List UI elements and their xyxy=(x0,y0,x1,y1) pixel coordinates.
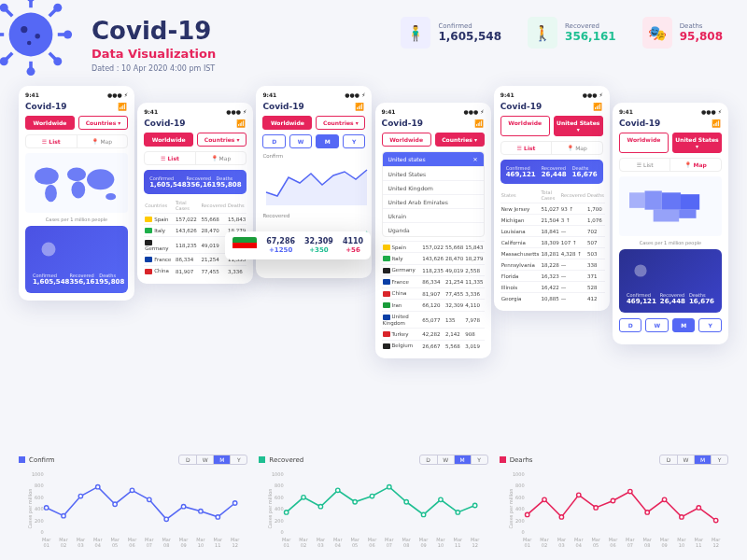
tab-worldwide[interactable]: Worldwide xyxy=(144,133,193,147)
svg-point-19 xyxy=(53,57,62,65)
svg-text:12: 12 xyxy=(712,542,718,548)
svg-point-49 xyxy=(181,505,185,509)
range-w[interactable]: W xyxy=(289,134,313,148)
chart-icon[interactable]: 📶 xyxy=(474,119,484,128)
dropdown-item[interactable]: Ukrain xyxy=(383,208,484,222)
chart-icon[interactable]: 📶 xyxy=(593,103,602,111)
table-row[interactable]: Spain157,02255,66815,843 xyxy=(144,214,247,225)
tab-worldwide[interactable]: Worldwide xyxy=(262,116,312,130)
table-row[interactable]: Germany118,23549,0192,558 xyxy=(382,264,485,275)
svg-point-94 xyxy=(456,511,459,514)
table-row[interactable]: Massachusetts18,2814,328 ↑503 xyxy=(500,248,605,259)
range-tabs[interactable]: DWMY xyxy=(659,455,728,465)
tab-worldwide[interactable]: Worldwide xyxy=(25,116,75,130)
svg-text:09: 09 xyxy=(180,542,186,548)
svg-text:06: 06 xyxy=(129,542,134,548)
tab-worldwide[interactable]: Worldwide xyxy=(619,133,669,153)
table-row[interactable]: Turkey42,2822,142908 xyxy=(382,329,485,340)
chart-icon[interactable]: 📶 xyxy=(118,103,127,111)
svg-point-92 xyxy=(422,512,426,516)
chart-icon[interactable]: 📶 xyxy=(236,119,246,128)
table-row[interactable]: California18,309107 ↑507 xyxy=(500,237,605,248)
tab-worldwide[interactable]: Worldwide xyxy=(382,133,431,147)
dropdown-item[interactable]: United Kingdom xyxy=(383,180,484,194)
table-row[interactable]: Illinois16,422—528 xyxy=(500,282,605,293)
toggle-list[interactable]: ☰ List xyxy=(501,142,552,154)
toggle-map[interactable]: 📍 Map xyxy=(195,152,247,164)
toggle-map[interactable]: 📍 Map xyxy=(551,142,602,154)
country-dropdown[interactable]: United states✕ United StatesUnited Kingd… xyxy=(382,151,485,237)
dropdown-item[interactable]: United States xyxy=(383,166,484,180)
tab-countries[interactable]: Countries ▾ xyxy=(435,133,485,147)
tab-countries[interactable]: Countries ▾ xyxy=(316,116,365,130)
table-row[interactable]: France86,33421,25411,335 xyxy=(382,276,485,287)
svg-text:400: 400 xyxy=(275,506,284,511)
range-m[interactable]: M xyxy=(316,134,339,148)
range-d[interactable]: D xyxy=(619,318,642,332)
toggle-map[interactable]: 📍 Map xyxy=(77,135,128,147)
chart-icon[interactable]: 📶 xyxy=(355,103,364,111)
table-row[interactable]: Florida16,323—371 xyxy=(500,271,605,282)
signal-icon: ●●● ⚡ xyxy=(107,91,128,98)
table-row[interactable]: Italy143,62628,47018,279 xyxy=(382,253,485,264)
page-subtitle: Data Visualization xyxy=(92,47,216,61)
kpi-card-us: Confirmed469,121 Recovered26,448 Deaths1… xyxy=(619,249,722,313)
range-y[interactable]: Y xyxy=(343,134,366,148)
table-row[interactable]: China81,90777,4553,336 xyxy=(382,287,485,299)
svg-text:04: 04 xyxy=(335,542,341,548)
range-tabs[interactable]: DWMY xyxy=(419,455,488,465)
range-m[interactable]: M xyxy=(672,318,696,332)
table-row[interactable]: Georgia10,885—412 xyxy=(500,293,605,304)
tab-countries[interactable]: Countries ▾ xyxy=(78,116,128,130)
chart-icon[interactable]: 📶 xyxy=(712,119,721,128)
range-d[interactable]: D xyxy=(262,134,286,148)
toggle-map[interactable]: 📍 Map xyxy=(669,159,721,171)
svg-point-43 xyxy=(78,494,82,497)
svg-text:Cases per million: Cases per million xyxy=(267,489,274,529)
table-row[interactable]: Iran66,12032,3094,110 xyxy=(382,300,485,311)
svg-text:200: 200 xyxy=(35,518,44,524)
world-map[interactable] xyxy=(25,153,128,213)
page-title: Covid-19 xyxy=(92,17,216,45)
svg-point-22 xyxy=(67,168,86,182)
tab-us[interactable]: United States ▾ xyxy=(554,116,603,136)
svg-point-20 xyxy=(35,168,59,185)
svg-text:800: 800 xyxy=(515,483,525,488)
table-row[interactable]: Pennsylvania18,228—338 xyxy=(500,259,605,271)
toggle-list[interactable]: ☰ List xyxy=(145,152,195,164)
svg-text:400: 400 xyxy=(515,506,525,511)
tab-countries[interactable]: Countries ▾ xyxy=(197,133,247,147)
dropdown-item[interactable]: Uganda xyxy=(383,222,484,236)
svg-point-134 xyxy=(645,511,649,514)
range-w[interactable]: W xyxy=(645,318,669,332)
table-row[interactable]: Michigan21,5043 ↑1,076 xyxy=(500,215,605,226)
svg-text:0: 0 xyxy=(521,529,524,535)
tab-worldwide[interactable]: Worldwide xyxy=(500,116,550,136)
table-row[interactable]: Louisiana18,841—702 xyxy=(500,226,605,237)
range-tabs[interactable]: DWMY xyxy=(178,455,247,465)
dropdown-item[interactable]: United Arab Emirates xyxy=(383,194,484,208)
svg-text:400: 400 xyxy=(35,506,44,511)
svg-text:08: 08 xyxy=(403,542,409,548)
close-icon[interactable]: ✕ xyxy=(473,156,478,162)
toggle-list[interactable]: ☰ List xyxy=(26,135,77,147)
svg-text:10: 10 xyxy=(678,542,684,548)
toggle-list[interactable]: ☰ List xyxy=(620,159,670,171)
table-row[interactable]: United Kingdom65,0771357,978 xyxy=(382,311,485,328)
svg-point-3 xyxy=(27,41,32,46)
bottom-chart-recovered: Recovered DWMY Cases per million 0200400… xyxy=(259,455,487,551)
us-map[interactable] xyxy=(619,176,722,236)
bottom-chart-deaths: Dearhs DWMY Cases per million 0200400600… xyxy=(500,455,728,551)
svg-point-26 xyxy=(42,243,56,257)
table-row[interactable]: Spain157,02255,66815,843 xyxy=(382,242,485,253)
tab-us[interactable]: United States ▾ xyxy=(672,133,722,153)
table-row[interactable]: China81,90777,4553,336 xyxy=(144,265,247,276)
table-row[interactable]: New Jersey51,02793 ↑1,700 xyxy=(500,203,605,215)
svg-text:11: 11 xyxy=(455,542,460,548)
svg-text:200: 200 xyxy=(515,518,525,524)
range-y[interactable]: Y xyxy=(698,318,722,332)
table-row[interactable]: Belgium26,6675,5683,019 xyxy=(382,340,485,351)
svg-point-46 xyxy=(130,488,134,492)
screen-us-map: 9:41●●● ⚡ Covid-19📶 WorldwideUnited Stat… xyxy=(613,103,728,344)
svg-text:06: 06 xyxy=(610,542,615,548)
